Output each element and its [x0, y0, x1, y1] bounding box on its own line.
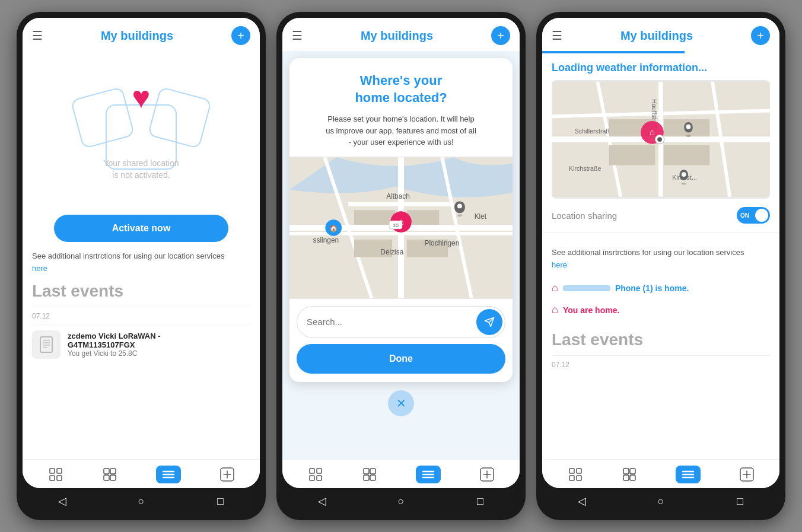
back-nav-icon-1[interactable]: ◁	[53, 492, 71, 510]
last-events-title-1: Last events	[32, 282, 250, 301]
tab-plus-3[interactable]	[739, 467, 755, 482]
tab-list-3[interactable]	[676, 466, 701, 483]
svg-rect-6	[57, 469, 62, 473]
tab-list-1[interactable]	[156, 466, 181, 483]
instructions-row-3: See additional insrtrctions for using ou…	[542, 232, 779, 276]
map-view-3[interactable]: Schillerstraße Hauffstraße Kirchstraße K…	[552, 80, 770, 199]
instructions-link-1[interactable]: here	[32, 264, 47, 273]
location-sharing-toggle[interactable]: ON	[737, 207, 770, 224]
add-building-button-2[interactable]: +	[491, 26, 510, 45]
app-title-2: My buildings	[361, 29, 433, 43]
back-nav-icon-2[interactable]: ◁	[313, 492, 331, 510]
tab-list-2[interactable]	[416, 466, 441, 483]
svg-rect-82	[577, 476, 581, 480]
svg-point-75	[686, 135, 691, 137]
phone-screen-3: ☰ My buildings + Loading weather informa…	[542, 18, 779, 488]
event-time-3: 07.12	[552, 361, 770, 369]
tab-plus-1[interactable]	[219, 467, 235, 482]
svg-rect-48	[370, 469, 375, 474]
activate-now-button[interactable]: Activate now	[54, 215, 228, 242]
home-nav-icon-2[interactable]: ○	[392, 492, 410, 510]
event-desc-1: You get Vicki to 25.8C	[68, 349, 250, 358]
event-time-1: 07.12	[32, 312, 250, 320]
bottom-tab-bar-3	[542, 459, 779, 488]
phone-device-3: ☰ My buildings + Loading weather informa…	[536, 12, 785, 520]
svg-rect-12	[110, 475, 116, 480]
modal-title: Where's yourhome located?	[301, 72, 501, 106]
add-building-button-1[interactable]: +	[231, 26, 250, 45]
svg-rect-49	[364, 475, 369, 480]
svg-rect-26	[354, 210, 395, 225]
back-nav-icon-3[interactable]: ◁	[573, 492, 591, 510]
svg-text:Klet: Klet	[475, 212, 487, 221]
svg-rect-81	[569, 476, 574, 480]
phone-nav-bar-2: ◁ ○ □	[282, 488, 520, 514]
event-title-1: zcdemo Vicki LoRaWAN -G4TM1135107FGX	[68, 332, 250, 349]
svg-point-38	[457, 203, 462, 208]
home-icon-row: ⌂	[552, 304, 558, 316]
svg-rect-5	[50, 469, 55, 473]
hamburger-menu-icon-3[interactable]: ☰	[552, 28, 562, 43]
svg-rect-67	[609, 145, 655, 165]
you-home-text: You are home.	[563, 305, 619, 315]
svg-rect-79	[569, 469, 574, 473]
recent-nav-icon-1[interactable]: □	[211, 492, 229, 510]
recent-nav-icon-2[interactable]: □	[471, 492, 489, 510]
phone-nav-bar-1: ◁ ○ □	[23, 488, 260, 514]
modal-close-button[interactable]: ✕	[388, 390, 414, 416]
svg-rect-68	[664, 145, 709, 165]
app-header-2: ☰ My buildings +	[282, 18, 520, 51]
hamburger-menu-icon[interactable]: ☰	[32, 28, 43, 43]
svg-point-78	[682, 172, 686, 177]
svg-point-37	[457, 214, 462, 216]
search-send-button[interactable]	[476, 309, 502, 335]
tab-grid-1[interactable]	[48, 467, 63, 482]
done-button[interactable]: Done	[297, 344, 505, 374]
tab-grid-2[interactable]	[308, 467, 323, 482]
tab-dots-2[interactable]	[362, 467, 377, 482]
svg-text:⌂: ⌂	[650, 127, 655, 137]
phone-status-text: Phone (1) is home.	[615, 283, 689, 293]
svg-text:Plochingen: Plochingen	[425, 238, 460, 247]
home-nav-icon-1[interactable]: ○	[132, 492, 150, 510]
instructions-text-3: See additional insrtrctions for using ou…	[552, 248, 770, 257]
svg-text:Kirchstraße: Kirchstraße	[569, 165, 601, 172]
home-nav-icon-3[interactable]: ○	[652, 492, 670, 510]
map-view-2[interactable]: Altbach Plochingen Deizisa sslingen Klet…	[289, 157, 513, 299]
phone-bar-indicator	[563, 285, 610, 291]
event-info-1: zcdemo Vicki LoRaWAN -G4TM1135107FGX You…	[68, 332, 250, 358]
screen3-main-content: Loading weather information... Schillers…	[542, 53, 779, 459]
phone-screen-2: ☰ My buildings + Where's yourhome locate…	[282, 18, 520, 488]
tab-grid-3[interactable]	[568, 467, 583, 482]
svg-point-76	[686, 125, 691, 129]
tab-dots-3[interactable]	[622, 467, 637, 482]
svg-rect-45	[310, 476, 314, 480]
app-title-3: My buildings	[620, 29, 693, 43]
recent-nav-icon-3[interactable]: □	[731, 492, 749, 510]
svg-text:sslingen: sslingen	[313, 235, 339, 244]
svg-rect-9	[104, 469, 109, 474]
hamburger-menu-icon-2[interactable]: ☰	[292, 28, 303, 43]
phone-status-row: ⌂ Phone (1) is home.	[542, 276, 779, 300]
bottom-tab-bar-1	[23, 459, 260, 488]
phone-device-2: ☰ My buildings + Where's yourhome locate…	[276, 12, 526, 520]
bottom-tab-bar-2	[282, 459, 520, 488]
svg-rect-80	[577, 469, 581, 473]
svg-rect-84	[630, 469, 635, 474]
instructions-link-3[interactable]: here	[552, 260, 567, 269]
location-sharing-row: Location sharing ON	[542, 199, 779, 232]
svg-text:Altbach: Altbach	[386, 192, 410, 200]
event-thumbnail-1	[32, 330, 61, 359]
loading-weather-text: Loading weather information...	[542, 53, 779, 80]
tab-plus-2[interactable]	[479, 467, 495, 482]
svg-rect-11	[104, 475, 109, 480]
phone-screen-1: ☰ My buildings + ♥ Your shared locationi…	[23, 18, 260, 488]
svg-point-74	[657, 137, 662, 142]
toggle-on-label: ON	[740, 212, 749, 219]
event-item-1: zcdemo Vicki LoRaWAN -G4TM1135107FGX You…	[32, 324, 250, 365]
location-search-input[interactable]	[297, 310, 474, 334]
you-home-row: ⌂ You are home.	[542, 300, 779, 322]
svg-text:🏠: 🏠	[329, 224, 338, 232]
add-building-button-3[interactable]: +	[751, 26, 770, 45]
tab-dots-1[interactable]	[102, 467, 117, 482]
